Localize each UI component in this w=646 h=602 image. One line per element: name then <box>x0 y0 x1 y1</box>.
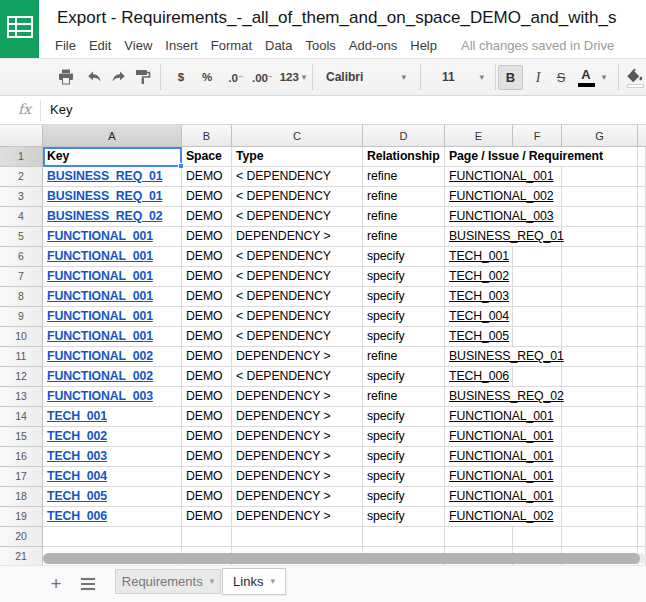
menu-item-insert[interactable]: Insert <box>165 38 198 53</box>
column-header-D[interactable]: D <box>363 125 445 147</box>
row-header-18[interactable]: 18 <box>0 487 43 507</box>
cell-G19[interactable] <box>562 507 638 527</box>
number-format-dropdown[interactable]: 123▾ <box>275 59 311 95</box>
cell-E2[interactable]: FUNCTIONAL_001 <box>445 167 562 187</box>
cell-E13[interactable]: BUSINESS_REQ_02 <box>445 387 562 407</box>
row-header-1[interactable]: 1 <box>0 147 43 167</box>
cell-C20[interactable] <box>232 527 363 547</box>
cell-B11[interactable]: DEMO <box>182 347 232 367</box>
cell-D3[interactable]: refine <box>363 187 445 207</box>
row-header-12[interactable]: 12 <box>0 367 43 387</box>
menu-item-view[interactable]: View <box>124 38 152 53</box>
text-color-caret[interactable]: ▾ <box>598 59 610 95</box>
cell-B20[interactable] <box>182 527 232 547</box>
currency-format-button[interactable]: $ <box>173 59 189 95</box>
cell-B7[interactable]: DEMO <box>182 267 232 287</box>
fill-color-button[interactable] <box>623 63 646 92</box>
menu-item-format[interactable]: Format <box>211 38 252 53</box>
font-size-dropdown[interactable]: 11▾ <box>426 59 492 95</box>
cell-F10[interactable] <box>513 327 562 347</box>
cell-A13[interactable]: FUNCTIONAL_003 <box>43 387 182 407</box>
cell-H14-sliver[interactable] <box>638 407 646 427</box>
column-header-E[interactable]: E <box>445 125 513 147</box>
row-header-5[interactable]: 5 <box>0 227 43 247</box>
cell-F7[interactable] <box>513 267 562 287</box>
cell-B12[interactable]: DEMO <box>182 367 232 387</box>
cell-G17[interactable] <box>562 467 638 487</box>
cell-D17[interactable]: specify <box>363 467 445 487</box>
cell-E10[interactable]: TECH_005 <box>445 327 513 347</box>
cell-A16[interactable]: TECH_003 <box>43 447 182 467</box>
cell-H7-sliver[interactable] <box>638 267 646 287</box>
cell-D11[interactable]: refine <box>363 347 445 367</box>
cell-H20-sliver[interactable] <box>638 527 646 547</box>
horizontal-scrollbar-thumb[interactable] <box>43 553 640 564</box>
cell-C17[interactable]: DEPENDENCY > <box>232 467 363 487</box>
cell-H8-sliver[interactable] <box>638 287 646 307</box>
row-header-2[interactable]: 2 <box>0 167 43 187</box>
cell-D19[interactable]: specify <box>363 507 445 527</box>
cell-A4[interactable]: BUSINESS_REQ_02 <box>43 207 182 227</box>
cell-G20[interactable] <box>562 527 638 547</box>
cell-B18[interactable]: DEMO <box>182 487 232 507</box>
cell-G18[interactable] <box>562 487 638 507</box>
cell-C7[interactable]: < DEPENDENCY <box>232 267 363 287</box>
cell-B6[interactable]: DEMO <box>182 247 232 267</box>
cell-A5[interactable]: FUNCTIONAL_001 <box>43 227 182 247</box>
row-header-11[interactable]: 11 <box>0 347 43 367</box>
row-header-10[interactable]: 10 <box>0 327 43 347</box>
cell-E7[interactable]: TECH_002 <box>445 267 513 287</box>
cell-E14[interactable]: FUNCTIONAL_001 <box>445 407 562 427</box>
row-header-16[interactable]: 16 <box>0 447 43 467</box>
cell-G9[interactable] <box>562 307 638 327</box>
cell-D14[interactable]: specify <box>363 407 445 427</box>
cell-B1[interactable]: Space <box>182 147 232 167</box>
cell-A9[interactable]: FUNCTIONAL_001 <box>43 307 182 327</box>
add-sheet-button[interactable]: + <box>44 572 68 596</box>
cell-G7[interactable] <box>562 267 638 287</box>
cell-B15[interactable]: DEMO <box>182 427 232 447</box>
cell-B2[interactable]: DEMO <box>182 167 232 187</box>
cell-D16[interactable]: specify <box>363 447 445 467</box>
menu-item-help[interactable]: Help <box>410 38 437 53</box>
cell-E6[interactable]: TECH_001 <box>445 247 513 267</box>
cell-C12[interactable]: < DEPENDENCY <box>232 367 363 387</box>
cell-C15[interactable]: DEPENDENCY > <box>232 427 363 447</box>
cell-A17[interactable]: TECH_004 <box>43 467 182 487</box>
cell-E18[interactable]: FUNCTIONAL_001 <box>445 487 562 507</box>
cell-B4[interactable]: DEMO <box>182 207 232 227</box>
undo-button[interactable] <box>84 59 104 95</box>
cell-E4[interactable]: FUNCTIONAL_003 <box>445 207 562 227</box>
cell-C5[interactable]: DEPENDENCY > <box>232 227 363 247</box>
cell-F8[interactable] <box>513 287 562 307</box>
sheets-logo[interactable] <box>0 0 39 58</box>
sheet-tab-requirements[interactable]: Requirements▾ <box>115 569 221 594</box>
cell-C1[interactable]: Type <box>232 147 363 167</box>
cell-H6-sliver[interactable] <box>638 247 646 267</box>
strikethrough-button[interactable]: S <box>551 65 571 90</box>
cell-E15[interactable]: FUNCTIONAL_001 <box>445 427 562 447</box>
cell-B14[interactable]: DEMO <box>182 407 232 427</box>
cell-G2[interactable] <box>562 167 638 187</box>
italic-button[interactable]: I <box>528 65 548 90</box>
cell-B16[interactable]: DEMO <box>182 447 232 467</box>
row-header-19[interactable]: 19 <box>0 507 43 527</box>
row-header-4[interactable]: 4 <box>0 207 43 227</box>
cell-D13[interactable]: refine <box>363 387 445 407</box>
row-header-20[interactable]: 20 <box>0 527 43 547</box>
cell-F6[interactable] <box>513 247 562 267</box>
cell-F20[interactable] <box>513 527 562 547</box>
cell-A3[interactable]: BUSINESS_REQ_01 <box>43 187 182 207</box>
cell-H16-sliver[interactable] <box>638 447 646 467</box>
sheet-tab-links[interactable]: Links▾ <box>222 568 286 595</box>
cell-E8[interactable]: TECH_003 <box>445 287 513 307</box>
print-button[interactable] <box>56 59 76 95</box>
menu-item-file[interactable]: File <box>55 38 76 53</box>
cell-B13[interactable]: DEMO <box>182 387 232 407</box>
cell-H11-sliver[interactable] <box>638 347 646 367</box>
cell-D7[interactable]: specify <box>363 267 445 287</box>
cell-H5-sliver[interactable] <box>638 227 646 247</box>
cell-G13[interactable] <box>562 387 638 407</box>
cell-B5[interactable]: DEMO <box>182 227 232 247</box>
cell-C2[interactable]: < DEPENDENCY <box>232 167 363 187</box>
